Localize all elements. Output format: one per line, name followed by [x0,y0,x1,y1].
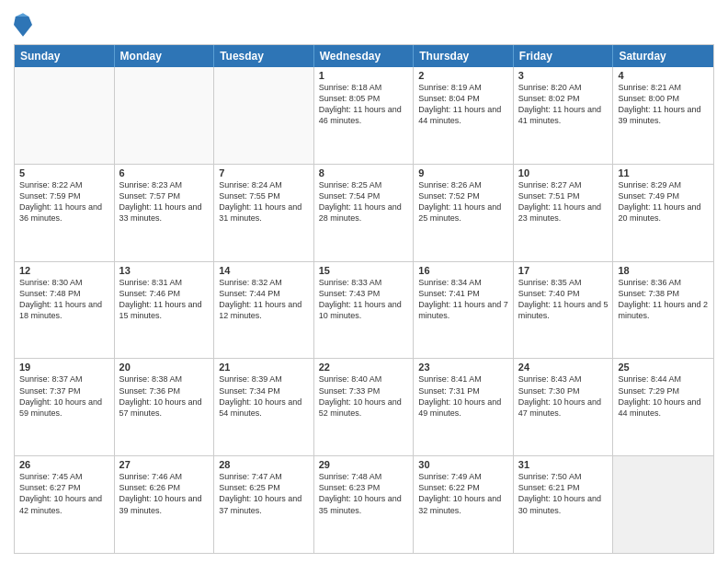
calendar-header-cell: Saturday [613,45,713,67]
cell-info: Sunrise: 8:37 AM Sunset: 7:37 PM Dayligh… [19,373,109,419]
calendar-cell: 6Sunrise: 8:23 AM Sunset: 7:57 PM Daylig… [115,165,215,261]
day-number: 13 [119,265,210,276]
day-number: 29 [319,459,409,470]
page: SundayMondayTuesdayWednesdayThursdayFrid… [0,0,728,563]
day-number: 18 [618,265,709,276]
calendar-cell: 3Sunrise: 8:20 AM Sunset: 8:02 PM Daylig… [514,67,614,164]
calendar-body: 1Sunrise: 8:18 AM Sunset: 8:05 PM Daylig… [15,67,713,553]
cell-info: Sunrise: 8:18 AM Sunset: 8:05 PM Dayligh… [319,82,409,127]
day-number: 30 [418,459,508,470]
cell-info: Sunrise: 8:19 AM Sunset: 8:04 PM Dayligh… [418,82,508,127]
calendar-cell: 13Sunrise: 8:31 AM Sunset: 7:46 PM Dayli… [115,262,215,359]
day-number: 15 [319,265,409,276]
calendar-cell: 12Sunrise: 8:30 AM Sunset: 7:48 PM Dayli… [15,262,115,359]
calendar-cell: 22Sunrise: 8:40 AM Sunset: 7:33 PM Dayli… [314,359,415,455]
calendar-cell: 26Sunrise: 7:45 AM Sunset: 6:27 PM Dayli… [15,456,115,553]
calendar-cell: 30Sunrise: 7:49 AM Sunset: 6:22 PM Dayli… [414,456,514,553]
calendar-header-cell: Wednesday [314,45,415,67]
day-number: 2 [418,70,508,81]
cell-info: Sunrise: 8:35 AM Sunset: 7:40 PM Dayligh… [518,277,609,322]
logo [14,13,34,39]
cell-info: Sunrise: 8:27 AM Sunset: 7:51 PM Dayligh… [518,179,609,224]
day-number: 26 [19,459,109,470]
day-number: 12 [19,265,109,276]
cell-info: Sunrise: 8:26 AM Sunset: 7:52 PM Dayligh… [418,179,508,224]
day-number: 27 [119,459,210,470]
calendar-row: 12Sunrise: 8:30 AM Sunset: 7:48 PM Dayli… [15,262,713,360]
calendar-cell: 2Sunrise: 8:19 AM Sunset: 8:04 PM Daylig… [414,67,514,164]
cell-info: Sunrise: 7:47 AM Sunset: 6:25 PM Dayligh… [219,471,309,516]
cell-info: Sunrise: 8:22 AM Sunset: 7:59 PM Dayligh… [19,179,109,224]
calendar-cell: 15Sunrise: 8:33 AM Sunset: 7:43 PM Dayli… [314,262,415,359]
calendar-header-cell: Sunday [15,45,115,67]
calendar-row: 26Sunrise: 7:45 AM Sunset: 6:27 PM Dayli… [15,456,713,553]
day-number: 5 [19,167,109,178]
day-number: 9 [418,167,508,178]
calendar-cell [214,67,314,164]
calendar-cell: 1Sunrise: 8:18 AM Sunset: 8:05 PM Daylig… [314,67,415,164]
calendar-cell [613,456,713,553]
day-number: 25 [618,362,709,373]
calendar-cell: 23Sunrise: 8:41 AM Sunset: 7:31 PM Dayli… [414,359,514,455]
cell-info: Sunrise: 7:48 AM Sunset: 6:23 PM Dayligh… [319,471,409,516]
cell-info: Sunrise: 8:39 AM Sunset: 7:34 PM Dayligh… [219,373,309,419]
cell-info: Sunrise: 7:45 AM Sunset: 6:27 PM Dayligh… [19,471,109,516]
day-number: 7 [219,167,309,178]
calendar-cell: 14Sunrise: 8:32 AM Sunset: 7:44 PM Dayli… [214,262,314,359]
cell-info: Sunrise: 8:38 AM Sunset: 7:36 PM Dayligh… [119,373,210,419]
day-number: 3 [518,70,609,81]
svg-marker-0 [14,17,32,37]
cell-info: Sunrise: 8:41 AM Sunset: 7:31 PM Dayligh… [418,373,508,419]
logo-icon [14,13,32,39]
day-number: 22 [319,362,409,373]
day-number: 8 [319,167,409,178]
cell-info: Sunrise: 8:43 AM Sunset: 7:30 PM Dayligh… [518,373,609,419]
calendar-cell: 5Sunrise: 8:22 AM Sunset: 7:59 PM Daylig… [15,165,115,261]
day-number: 4 [618,70,709,81]
cell-info: Sunrise: 8:24 AM Sunset: 7:55 PM Dayligh… [219,179,309,224]
calendar-cell: 17Sunrise: 8:35 AM Sunset: 7:40 PM Dayli… [514,262,614,359]
day-number: 6 [119,167,210,178]
calendar-cell [15,67,115,164]
cell-info: Sunrise: 7:46 AM Sunset: 6:26 PM Dayligh… [119,471,210,516]
cell-info: Sunrise: 8:23 AM Sunset: 7:57 PM Dayligh… [119,179,210,224]
cell-info: Sunrise: 8:36 AM Sunset: 7:38 PM Dayligh… [618,277,709,322]
cell-info: Sunrise: 8:30 AM Sunset: 7:48 PM Dayligh… [19,277,109,322]
calendar-cell: 9Sunrise: 8:26 AM Sunset: 7:52 PM Daylig… [414,165,514,261]
calendar: SundayMondayTuesdayWednesdayThursdayFrid… [14,44,714,554]
calendar-row: 5Sunrise: 8:22 AM Sunset: 7:59 PM Daylig… [15,165,713,262]
calendar-cell: 4Sunrise: 8:21 AM Sunset: 8:00 PM Daylig… [613,67,713,164]
cell-info: Sunrise: 7:49 AM Sunset: 6:22 PM Dayligh… [418,471,508,516]
day-number: 17 [518,265,609,276]
calendar-cell: 8Sunrise: 8:25 AM Sunset: 7:54 PM Daylig… [314,165,415,261]
calendar-cell: 16Sunrise: 8:34 AM Sunset: 7:41 PM Dayli… [414,262,514,359]
calendar-cell: 11Sunrise: 8:29 AM Sunset: 7:49 PM Dayli… [613,165,713,261]
calendar-header-cell: Tuesday [214,45,314,67]
calendar-cell: 21Sunrise: 8:39 AM Sunset: 7:34 PM Dayli… [214,359,314,455]
day-number: 31 [518,459,609,470]
cell-info: Sunrise: 8:44 AM Sunset: 7:29 PM Dayligh… [618,373,709,419]
calendar-cell: 18Sunrise: 8:36 AM Sunset: 7:38 PM Dayli… [613,262,713,359]
day-number: 28 [219,459,309,470]
cell-info: Sunrise: 8:29 AM Sunset: 7:49 PM Dayligh… [618,179,709,224]
cell-info: Sunrise: 8:34 AM Sunset: 7:41 PM Dayligh… [418,277,508,322]
calendar-cell: 7Sunrise: 8:24 AM Sunset: 7:55 PM Daylig… [214,165,314,261]
calendar-cell: 25Sunrise: 8:44 AM Sunset: 7:29 PM Dayli… [613,359,713,455]
day-number: 16 [418,265,508,276]
calendar-header: SundayMondayTuesdayWednesdayThursdayFrid… [15,45,713,67]
cell-info: Sunrise: 8:32 AM Sunset: 7:44 PM Dayligh… [219,277,309,322]
calendar-cell: 27Sunrise: 7:46 AM Sunset: 6:26 PM Dayli… [115,456,215,553]
calendar-header-cell: Thursday [414,45,514,67]
calendar-cell: 20Sunrise: 8:38 AM Sunset: 7:36 PM Dayli… [115,359,215,455]
day-number: 10 [518,167,609,178]
day-number: 23 [418,362,508,373]
calendar-row: 19Sunrise: 8:37 AM Sunset: 7:37 PM Dayli… [15,359,713,456]
calendar-cell: 28Sunrise: 7:47 AM Sunset: 6:25 PM Dayli… [214,456,314,553]
day-number: 24 [518,362,609,373]
calendar-cell: 24Sunrise: 8:43 AM Sunset: 7:30 PM Dayli… [514,359,614,455]
cell-info: Sunrise: 8:21 AM Sunset: 8:00 PM Dayligh… [618,82,709,127]
calendar-header-cell: Friday [514,45,614,67]
cell-info: Sunrise: 8:25 AM Sunset: 7:54 PM Dayligh… [319,179,409,224]
day-number: 14 [219,265,309,276]
calendar-cell: 29Sunrise: 7:48 AM Sunset: 6:23 PM Dayli… [314,456,415,553]
